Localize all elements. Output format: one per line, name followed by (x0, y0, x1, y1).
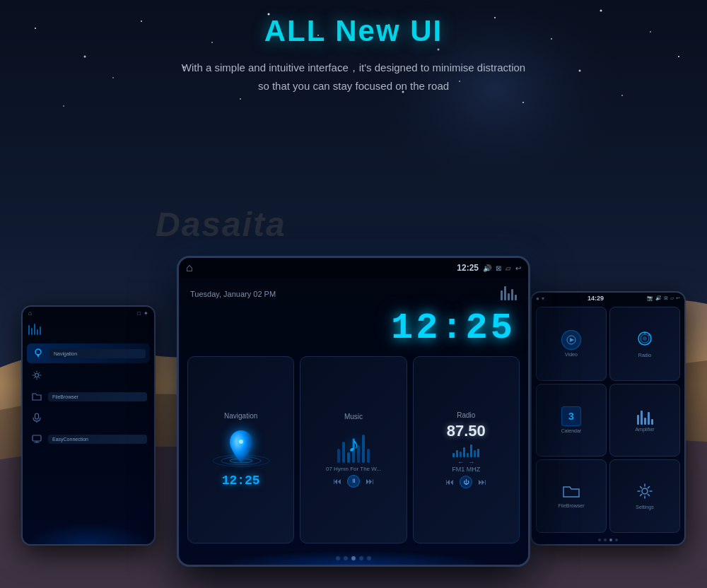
radio-next-icon: ⏭ (478, 477, 486, 487)
left-screen: ⌂ □ ✦ (23, 307, 154, 544)
center-screen: ⌂ 12:25 🔊 ⊠ ▱ ↩ Tuesday, January 02 PM (179, 258, 528, 565)
svg-rect-27 (35, 413, 39, 419)
left-status-bar: ⌂ □ ✦ (23, 307, 154, 319)
left-menu-mic[interactable] (27, 408, 150, 427)
right-app-radio[interactable]: Radio (609, 307, 680, 381)
left-status-icon1: □ (137, 310, 141, 317)
amplifier-label: Amplifier (635, 427, 654, 432)
settings-label-right: Settings (636, 505, 653, 510)
date-text: Tuesday, January 02 PM (190, 290, 276, 298)
right-page-dots (532, 536, 684, 544)
app-card-navigation[interactable]: Navigation (187, 356, 294, 543)
app-cards: Navigation (185, 353, 522, 546)
page-dots (179, 552, 528, 565)
radio-power-button[interactable]: ⏻ (460, 476, 472, 488)
right-status-bar: ● ▾ 14:29 📷 🔊 ⊠ ▱ ↩ (532, 293, 684, 304)
video-icon (561, 330, 581, 350)
right-icon3: ⊠ (664, 295, 668, 301)
radio-frequency: 87.50 (447, 422, 486, 440)
radio-label-right: Radio (638, 353, 651, 358)
easyconnect-label: EasyConnection (52, 437, 143, 442)
play-button[interactable]: ⏸ (347, 475, 360, 488)
filebrowser-label-left: FileBrowser (52, 394, 143, 399)
page-title: ALL New UI (0, 14, 707, 48)
filebrowser-label-right: FileBrowser (559, 503, 585, 508)
page-subtitle: With a simple and intuitive interface，it… (0, 59, 707, 95)
gear-icon-right (636, 483, 653, 502)
signal-bars (452, 442, 479, 457)
folder-icon-left (30, 389, 44, 404)
dot-4 (359, 556, 363, 560)
right-app-settings[interactable]: Settings (609, 459, 680, 533)
radio-marker1: ← (457, 459, 464, 466)
right-time: 14:29 (588, 295, 604, 302)
radio-labels: ← → (457, 459, 474, 466)
device-center: ⌂ 12:25 🔊 ⊠ ▱ ↩ Tuesday, January 02 PM (177, 256, 530, 567)
datetime-bar: Tuesday, January 02 PM (185, 283, 522, 303)
music-visual: ♪ (329, 423, 378, 466)
right-status-dot: ▾ (542, 295, 544, 302)
device-left: ⌂ □ ✦ (21, 305, 156, 546)
right-dot-4 (615, 539, 618, 541)
dot-5 (367, 556, 371, 560)
folder-icon-right (563, 484, 580, 501)
video-label: Video (565, 352, 578, 357)
nav-label: Navigation (54, 351, 141, 356)
bottom-ripple-left (23, 523, 154, 544)
svg-point-12 (600, 10, 602, 12)
radio-marker2: → (468, 459, 474, 466)
left-menu: Navigation (23, 339, 154, 523)
right-icon2: 🔊 (655, 295, 662, 301)
back-icon-center: ↩ (515, 264, 521, 272)
subtitle-line2: so that you can stay focused on the road (0, 77, 707, 95)
dot-1 (336, 556, 340, 560)
prev-icon: ⏮ (333, 476, 341, 486)
center-home-icon: ⌂ (186, 261, 193, 274)
volume-icon-center: 🔊 (483, 264, 491, 272)
radio-controls: ⏮ ⏻ ⏭ (445, 476, 486, 488)
left-menu-filebrowser[interactable]: FileBrowser (27, 387, 150, 406)
radio-card-title: Radio (457, 411, 475, 419)
app-card-radio[interactable]: Radio 87.50 (413, 356, 520, 543)
right-icon4: ▱ (670, 295, 674, 301)
left-status-icon2: ✦ (144, 310, 148, 317)
svg-marker-37 (570, 338, 574, 342)
gear-icon-left (30, 368, 44, 382)
left-menu-navigation[interactable]: Navigation (27, 343, 150, 363)
app-card-music[interactable]: Music (300, 356, 407, 543)
next-icon: ⏭ (366, 476, 374, 486)
left-menu-easyconnect[interactable]: EasyConnection (27, 430, 150, 448)
calendar-icon: 3 (561, 406, 581, 426)
right-dot-1 (598, 539, 601, 541)
screen-icon-center: ⊠ (496, 264, 501, 272)
right-dot-2 (604, 539, 607, 541)
right-app-filebrowser[interactable]: FileBrowser (536, 459, 607, 533)
right-app-video[interactable]: Video (536, 307, 607, 381)
music-track: 07 Hymn For The W... (326, 466, 381, 472)
digital-clock: 12:25 (192, 307, 515, 349)
svg-point-26 (35, 374, 39, 377)
mic-icon-left (30, 411, 44, 425)
devices-container: ⌂ □ ✦ (35, 199, 672, 567)
left-menu-settings[interactable] (27, 366, 150, 384)
screen-icon-left (30, 432, 44, 446)
eq-bars-left (28, 324, 41, 335)
radio-band: FM1 MHZ (452, 466, 480, 473)
svg-point-20 (63, 105, 64, 107)
svg-point-25 (35, 349, 41, 355)
right-app-calendar[interactable]: 3 Calendar (536, 384, 607, 457)
nav-icon-container (220, 425, 262, 468)
date-display: Tuesday, January 02 PM (190, 287, 276, 300)
right-app-amplifier[interactable]: Amplifier (609, 384, 680, 457)
nav-clock: 12:25 (222, 474, 260, 488)
dot-3-active (351, 556, 356, 560)
radio-prev-icon: ⏮ (445, 477, 454, 487)
tuner-icon-center (501, 286, 517, 300)
svg-line-42 (648, 334, 649, 335)
right-icon1: 📷 (647, 295, 653, 301)
location-pin-icon (228, 429, 254, 464)
navigation-icon (31, 346, 45, 360)
dot-2 (344, 556, 348, 560)
svg-point-40 (643, 336, 647, 341)
subtitle-line1: With a simple and intuitive interface，it… (0, 59, 707, 77)
